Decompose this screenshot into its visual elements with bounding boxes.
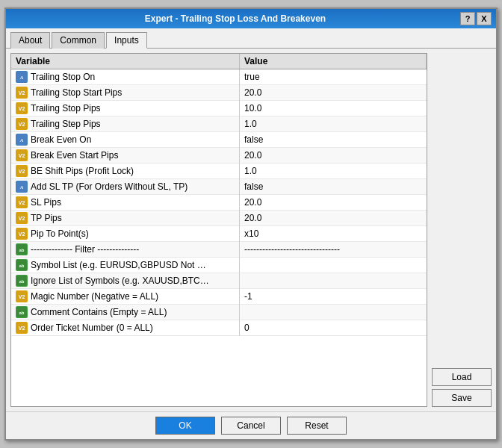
col-header-value: Value	[240, 54, 427, 69]
tab-bar: About Common Inputs	[6, 28, 496, 49]
variable-name: -------------- Filter --------------	[31, 244, 139, 255]
variable-cell: AAdd SL TP (For Orders Without SL, TP)	[11, 179, 240, 195]
table-row[interactable]: AAdd SL TP (For Orders Without SL, TP)fa…	[11, 179, 427, 195]
svg-text:ab: ab	[19, 264, 24, 268]
variable-name: Trailing Stop Pips	[31, 103, 101, 113]
svg-text:V2: V2	[19, 122, 25, 127]
table-row[interactable]: V2BE Shift Pips (Profit Lock)1.0	[11, 164, 427, 179]
svg-text:V2: V2	[19, 153, 25, 158]
table-row[interactable]: V2Trailing Step Pips1.0	[11, 116, 427, 132]
value-cell: 20.0	[240, 195, 427, 211]
value-cell: 1.0	[240, 116, 427, 132]
main-window: Expert - Trailing Stop Loss And Breakeve…	[4, 7, 498, 441]
variable-cell: V2Magic Number (Negative = ALL)	[11, 289, 240, 305]
variable-name: BE Shift Pips (Profit Lock)	[31, 166, 134, 176]
bottom-bar: OK Cancel Reset	[6, 411, 496, 439]
table-row[interactable]: abSymbol List (e.g. EURUSD,GBPUSD Not se…	[11, 258, 427, 273]
reset-button[interactable]: Reset	[287, 417, 347, 435]
variable-cell: V2BE Shift Pips (Profit Lock)	[11, 164, 240, 179]
row-icon: A	[16, 181, 28, 193]
load-button[interactable]: Load	[432, 368, 492, 386]
window-title: Expert - Trailing Stop Loss And Breakeve…	[10, 13, 460, 24]
value-cell: true	[240, 69, 427, 85]
svg-text:V2: V2	[19, 231, 25, 237]
table-row[interactable]: ABreak Even Onfalse	[11, 132, 427, 148]
tab-inputs[interactable]: Inputs	[106, 32, 147, 49]
variable-name: Symbol List (e.g. EURUSD,GBPUSD Not set…	[31, 260, 210, 270]
variable-cell: V2Trailing Stop Pips	[11, 101, 240, 116]
svg-text:V2: V2	[19, 200, 25, 205]
value-cell: false	[240, 132, 427, 148]
variable-name: TP Pips	[31, 213, 62, 223]
variable-name: Order Ticket Number (0 = ALL)	[31, 323, 153, 333]
ok-button[interactable]: OK	[155, 417, 215, 435]
value-cell: 20.0	[240, 148, 427, 164]
value-cell: -1	[240, 289, 427, 305]
table-row[interactable]: ab-------------- Filter ----------------…	[11, 242, 427, 258]
variables-table[interactable]: Variable Value ATrailing Stop OntrueV2Tr…	[10, 53, 427, 407]
table-row[interactable]: abIgnore List of Symbols (e.g. XAUUSD,BT…	[11, 273, 427, 289]
row-icon: A	[16, 71, 28, 83]
table-row[interactable]: ATrailing Stop Ontrue	[11, 69, 427, 85]
row-icon: V2	[16, 118, 28, 130]
value-cell	[240, 305, 427, 320]
side-buttons: Load Save	[427, 53, 492, 407]
variable-name: Magic Number (Negative = ALL)	[31, 291, 158, 302]
content-area: Variable Value ATrailing Stop OntrueV2Tr…	[6, 49, 496, 411]
variable-name: Pip To Point(s)	[31, 228, 89, 239]
svg-text:A: A	[19, 184, 24, 190]
variable-cell: V2Break Even Start Pips	[11, 148, 240, 164]
value-cell: 0	[240, 320, 427, 336]
variable-cell: abIgnore List of Symbols (e.g. XAUUSD,BT…	[11, 273, 240, 289]
variable-cell: abSymbol List (e.g. EURUSD,GBPUSD Not se…	[11, 258, 240, 273]
variable-cell: V2Order Ticket Number (0 = ALL)	[11, 320, 240, 336]
variable-cell: V2TP Pips	[11, 211, 240, 226]
table-row[interactable]: V2Trailing Stop Start Pips20.0	[11, 85, 427, 101]
row-icon: ab	[16, 259, 28, 271]
variable-name: Trailing Stop Start Pips	[31, 87, 122, 98]
tab-about[interactable]: About	[10, 32, 50, 49]
variable-name: Trailing Stop On	[31, 72, 95, 82]
value-cell	[240, 273, 427, 289]
title-buttons: ? X	[460, 12, 492, 25]
variable-cell: V2SL Pips	[11, 195, 240, 211]
table-row[interactable]: V2TP Pips20.0	[11, 211, 427, 226]
svg-text:V2: V2	[19, 169, 25, 174]
table-row[interactable]: abComment Contains (Empty = ALL)	[11, 305, 427, 320]
help-button[interactable]: ?	[460, 12, 475, 25]
variable-cell: abComment Contains (Empty = ALL)	[11, 305, 240, 320]
table-row[interactable]: V2Trailing Stop Pips10.0	[11, 101, 427, 116]
variable-name: Break Even Start Pips	[31, 150, 118, 161]
main-row: Variable Value ATrailing Stop OntrueV2Tr…	[10, 53, 492, 407]
row-icon: V2	[16, 290, 28, 302]
tab-common[interactable]: Common	[52, 32, 105, 49]
svg-text:V2: V2	[19, 216, 25, 221]
cancel-button[interactable]: Cancel	[221, 417, 281, 435]
variable-cell: ABreak Even On	[11, 132, 240, 148]
table-row[interactable]: V2SL Pips20.0	[11, 195, 427, 211]
row-icon: V2	[16, 212, 28, 224]
row-icon: A	[16, 134, 28, 146]
row-icon: V2	[16, 165, 28, 177]
row-icon: V2	[16, 102, 28, 114]
table-row[interactable]: V2Magic Number (Negative = ALL)-1	[11, 289, 427, 305]
table-row[interactable]: V2Order Ticket Number (0 = ALL)0	[11, 320, 427, 336]
row-icon: V2	[16, 196, 28, 208]
title-bar: Expert - Trailing Stop Loss And Breakeve…	[6, 9, 496, 28]
svg-text:ab: ab	[19, 248, 24, 252]
table-row[interactable]: V2Break Even Start Pips20.0	[11, 148, 427, 164]
variable-name: Break Even On	[31, 134, 91, 145]
variable-cell: V2Pip To Point(s)	[11, 226, 240, 242]
close-button[interactable]: X	[477, 12, 492, 25]
svg-text:V2: V2	[19, 106, 25, 111]
value-cell: 10.0	[240, 101, 427, 116]
variable-name: SL Pips	[31, 197, 61, 208]
table-row[interactable]: V2Pip To Point(s)x10	[11, 226, 427, 242]
variable-name: Ignore List of Symbols (e.g. XAUUSD,BTCU…	[31, 276, 210, 286]
variable-name: Comment Contains (Empty = ALL)	[31, 307, 167, 317]
row-icon: V2	[16, 87, 28, 99]
svg-text:ab: ab	[19, 279, 24, 284]
save-button[interactable]: Save	[432, 389, 492, 407]
svg-text:ab: ab	[19, 311, 24, 315]
svg-text:V2: V2	[19, 326, 25, 331]
